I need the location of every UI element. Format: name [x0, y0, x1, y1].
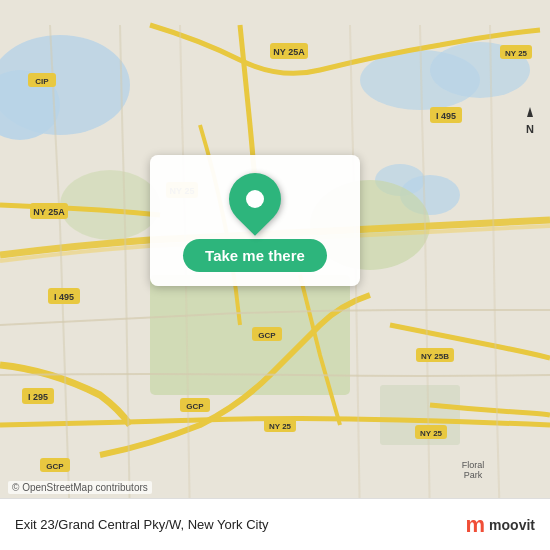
- svg-text:GCP: GCP: [258, 331, 276, 340]
- svg-text:I 495: I 495: [436, 111, 456, 121]
- svg-rect-7: [150, 275, 350, 395]
- svg-text:NY 25A: NY 25A: [273, 47, 305, 57]
- svg-text:Floral: Floral: [462, 460, 485, 470]
- svg-point-9: [60, 170, 160, 240]
- svg-text:NY 25B: NY 25B: [421, 352, 449, 361]
- svg-text:GCP: GCP: [186, 402, 204, 411]
- svg-text:CIP: CIP: [35, 77, 49, 86]
- take-me-there-button[interactable]: Take me there: [183, 239, 327, 272]
- osm-attribution: © OpenStreetMap contributors: [8, 481, 152, 494]
- svg-text:GCP: GCP: [46, 462, 64, 471]
- pin-inner-circle: [246, 190, 264, 208]
- svg-text:I 295: I 295: [28, 392, 48, 402]
- svg-text:NY 25A: NY 25A: [33, 207, 65, 217]
- map-container: NY 25A NY 25A NY 25 I 495 I 495 I 295 GC…: [0, 0, 550, 550]
- location-label: Exit 23/Grand Central Pky/W, New York Ci…: [15, 517, 269, 532]
- svg-text:I 495: I 495: [54, 292, 74, 302]
- map-pin-icon: [218, 162, 292, 236]
- svg-text:NY 25: NY 25: [420, 429, 443, 438]
- svg-text:NY 25: NY 25: [269, 422, 292, 431]
- moovit-name: moovit: [489, 517, 535, 533]
- svg-text:N: N: [526, 123, 534, 135]
- bottom-bar: Exit 23/Grand Central Pky/W, New York Ci…: [0, 498, 550, 550]
- action-card: Take me there: [150, 155, 360, 286]
- moovit-logo: m moovit: [466, 512, 535, 538]
- svg-text:NY 25: NY 25: [505, 49, 528, 58]
- svg-text:Park: Park: [464, 470, 483, 480]
- moovit-icon: m: [466, 512, 486, 538]
